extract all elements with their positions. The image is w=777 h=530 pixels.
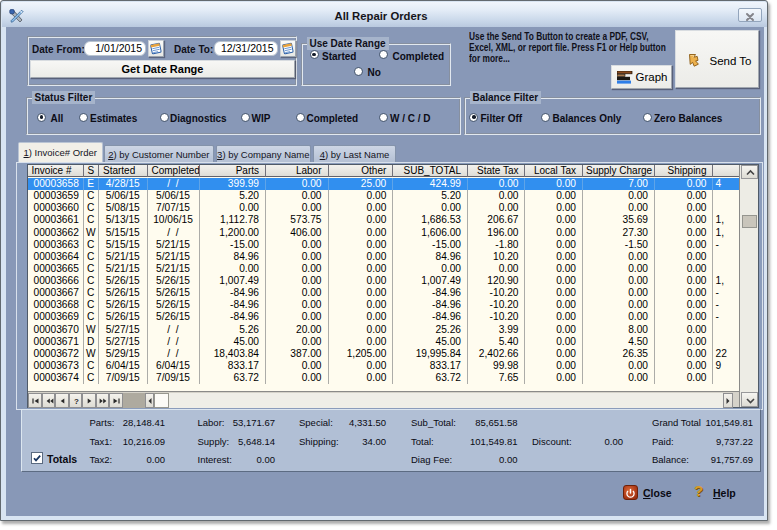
svg-text:?: ? [74,397,79,406]
